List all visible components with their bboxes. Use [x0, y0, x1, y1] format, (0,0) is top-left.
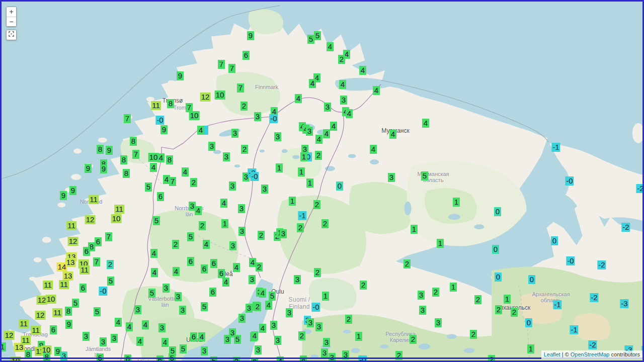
- temp-marker[interactable]: -2: [636, 184, 644, 193]
- temp-marker[interactable]: 6: [243, 51, 250, 60]
- temp-marker[interactable]: 3: [134, 305, 141, 314]
- temp-marker[interactable]: 5: [94, 307, 101, 316]
- temp-marker[interactable]: 4: [249, 258, 256, 267]
- temp-marker[interactable]: 11: [43, 281, 53, 290]
- temp-marker[interactable]: 4: [220, 199, 227, 208]
- temp-marker[interactable]: -0: [250, 172, 259, 181]
- temp-marker[interactable]: 6: [210, 259, 217, 268]
- temp-marker[interactable]: 4: [422, 119, 429, 128]
- temp-marker[interactable]: 9: [247, 31, 254, 40]
- temp-marker[interactable]: 5: [201, 302, 208, 311]
- temp-marker[interactable]: 13: [63, 272, 73, 281]
- temp-marker[interactable]: -1: [551, 143, 560, 152]
- temp-marker[interactable]: 3: [306, 127, 313, 136]
- temp-marker[interactable]: 2: [107, 260, 114, 269]
- temp-marker[interactable]: 4: [370, 145, 377, 154]
- temp-marker[interactable]: 1: [306, 178, 313, 188]
- temp-marker[interactable]: 4: [115, 318, 122, 327]
- temp-marker[interactable]: 2: [314, 268, 321, 277]
- temp-marker[interactable]: 7: [237, 83, 244, 93]
- temp-marker[interactable]: 3: [201, 346, 208, 355]
- temp-marker[interactable]: 3: [238, 227, 246, 236]
- temp-marker[interactable]: 0: [492, 245, 499, 254]
- temp-marker[interactable]: 4: [265, 301, 272, 310]
- temp-marker[interactable]: 9: [69, 186, 76, 195]
- temp-marker[interactable]: 3: [315, 322, 323, 331]
- temp-marker[interactable]: 3: [175, 292, 182, 301]
- temp-marker[interactable]: 1: [504, 295, 511, 304]
- temp-marker[interactable]: 2: [256, 262, 263, 272]
- temp-marker[interactable]: 3: [286, 308, 293, 317]
- temp-marker[interactable]: 5: [307, 35, 314, 44]
- temp-marker[interactable]: 3: [83, 332, 90, 341]
- temp-marker[interactable]: -0: [311, 303, 320, 312]
- temp-marker[interactable]: 4: [295, 94, 302, 103]
- temp-marker[interactable]: 4: [251, 331, 258, 340]
- temp-marker[interactable]: 11: [52, 308, 62, 317]
- temp-marker[interactable]: -3: [620, 299, 628, 308]
- temp-marker[interactable]: -0: [566, 256, 575, 265]
- temp-marker[interactable]: 8: [167, 99, 174, 108]
- temp-marker[interactable]: 2: [190, 178, 197, 187]
- temp-marker[interactable]: 3: [163, 284, 170, 293]
- temp-marker[interactable]: 4: [157, 153, 165, 162]
- temp-marker[interactable]: 1: [527, 344, 534, 353]
- temp-marker[interactable]: 4: [309, 79, 316, 88]
- temp-marker[interactable]: 3: [208, 142, 215, 151]
- temp-marker[interactable]: 12: [4, 331, 15, 340]
- temp-marker[interactable]: 8: [97, 145, 104, 154]
- temp-marker[interactable]: 3: [274, 336, 281, 345]
- temp-marker[interactable]: 2: [298, 331, 305, 340]
- temp-marker[interactable]: 4: [182, 167, 189, 176]
- temp-marker[interactable]: 8: [120, 155, 127, 164]
- temp-marker[interactable]: 6: [201, 264, 208, 274]
- temp-marker[interactable]: 2: [172, 240, 179, 249]
- temp-marker[interactable]: -2: [588, 340, 597, 349]
- temp-marker[interactable]: 0: [494, 207, 501, 216]
- temp-marker[interactable]: 2: [495, 305, 502, 314]
- temp-marker[interactable]: 3: [224, 335, 231, 344]
- temp-marker[interactable]: 5: [107, 277, 114, 286]
- temp-marker[interactable]: 4: [315, 135, 323, 144]
- temp-marker[interactable]: 4: [195, 206, 202, 215]
- temp-marker[interactable]: 11: [79, 265, 90, 275]
- temp-marker[interactable]: 9: [65, 320, 72, 329]
- temp-marker[interactable]: 2: [345, 315, 352, 324]
- temp-marker[interactable]: 1: [300, 152, 307, 161]
- temp-marker[interactable]: 11: [21, 336, 31, 345]
- temp-marker[interactable]: 4: [197, 126, 204, 135]
- temp-marker[interactable]: 4: [323, 129, 330, 138]
- temp-marker[interactable]: 1: [453, 198, 460, 207]
- temp-marker[interactable]: 1: [298, 167, 305, 176]
- temp-marker[interactable]: 4: [259, 289, 266, 298]
- temp-marker[interactable]: 2: [432, 288, 439, 297]
- temp-marker[interactable]: 3: [246, 304, 253, 313]
- temp-marker[interactable]: 3: [270, 321, 277, 330]
- temp-marker[interactable]: 6: [95, 237, 102, 246]
- temp-marker[interactable]: 7: [218, 60, 225, 69]
- temp-marker[interactable]: 0: [495, 273, 502, 282]
- osm-link[interactable]: OpenStreetMap: [571, 351, 610, 357]
- temp-marker[interactable]: 4: [203, 240, 210, 249]
- temp-marker[interactable]: 4: [150, 249, 157, 258]
- temp-marker[interactable]: 6: [50, 325, 57, 334]
- temp-marker[interactable]: 3: [323, 338, 330, 347]
- temp-marker[interactable]: 5: [180, 344, 187, 353]
- temp-marker[interactable]: 4: [346, 109, 353, 118]
- temp-marker[interactable]: 12: [200, 93, 211, 102]
- temp-marker[interactable]: 4: [259, 324, 266, 333]
- temp-marker[interactable]: 11: [59, 280, 69, 289]
- temp-marker[interactable]: 4: [389, 130, 396, 139]
- temp-marker[interactable]: 3: [418, 291, 425, 300]
- temp-marker[interactable]: 8: [65, 307, 72, 316]
- temp-marker[interactable]: 3: [274, 132, 281, 141]
- temp-marker[interactable]: 7: [124, 114, 131, 123]
- temp-marker[interactable]: 8: [130, 137, 137, 146]
- temp-marker[interactable]: 5: [234, 335, 241, 344]
- temp-marker[interactable]: 5: [145, 183, 152, 192]
- temp-marker[interactable]: 2: [321, 219, 329, 228]
- temp-marker[interactable]: 3: [261, 185, 268, 194]
- temp-marker[interactable]: 2: [315, 151, 322, 160]
- temp-marker[interactable]: 10: [215, 90, 225, 100]
- temp-marker[interactable]: 4: [198, 332, 205, 341]
